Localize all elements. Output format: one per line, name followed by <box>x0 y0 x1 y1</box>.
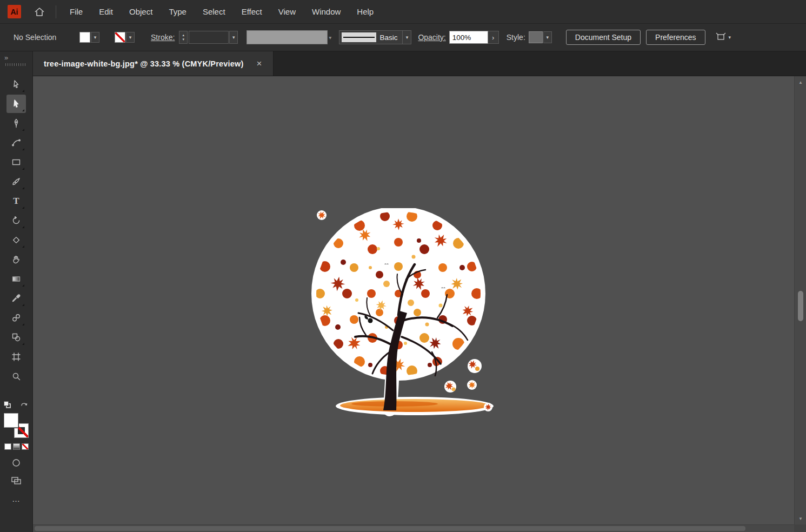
blend-tool[interactable] <box>6 309 26 327</box>
paintbrush-tool-icon <box>11 177 21 187</box>
zoom-tool[interactable] <box>6 367 26 385</box>
stroke-weight-dropdown[interactable] <box>189 31 229 44</box>
pasteboard[interactable]: ▲ ▼ <box>33 76 806 532</box>
pen-tool-icon <box>11 118 21 128</box>
stroke-label[interactable]: Stroke: <box>151 33 175 42</box>
selection-status: No Selection <box>14 33 63 42</box>
opacity-expand-button[interactable]: › <box>488 31 499 44</box>
drawing-mode-button[interactable] <box>11 457 22 468</box>
fill-swatch[interactable] <box>4 413 18 428</box>
stroke-style-value: Basic <box>378 34 402 42</box>
scroll-up-icon[interactable]: ▲ <box>795 77 806 87</box>
chevron-down-icon: ▾ <box>729 35 731 40</box>
rectangle-tool-icon <box>11 157 21 167</box>
graphic-style-dropdown[interactable]: ▾ <box>543 31 552 43</box>
stroke-color-control: ▾ <box>115 32 135 43</box>
stroke-color-swatch[interactable] <box>115 32 125 43</box>
menu-edit[interactable]: Edit <box>91 0 121 24</box>
horizontal-scrollbar-thumb[interactable] <box>35 526 745 531</box>
stroke-style-dropdown[interactable]: Basic ▾ <box>339 30 411 44</box>
vertical-scrollbar-thumb[interactable] <box>798 291 803 321</box>
eraser-tool[interactable] <box>6 231 26 249</box>
shape-builder-tool[interactable] <box>6 328 26 347</box>
scroll-down-icon[interactable]: ▼ <box>795 514 806 523</box>
eyedropper-tool-icon <box>11 294 21 303</box>
menu-view[interactable]: View <box>270 0 304 24</box>
toolbar-overflow-button[interactable]: … <box>12 494 21 503</box>
eyedropper-tool[interactable] <box>6 289 26 308</box>
document-tab[interactable]: tree-image-white-bg.jpg* @ 33.33 % (CMYK… <box>33 51 274 76</box>
vertical-scrollbar[interactable]: ▲ ▼ <box>794 76 806 524</box>
app-logo[interactable]: Ai <box>8 5 21 18</box>
autumn-tree-image <box>305 208 500 424</box>
home-icon <box>34 6 45 18</box>
type-tool[interactable]: T <box>6 192 26 210</box>
arrange-documents-icon <box>715 32 727 43</box>
fill-color-control: ▾ <box>79 32 99 43</box>
color-mode-button[interactable] <box>4 443 11 450</box>
graphic-style-swatch[interactable] <box>529 31 543 43</box>
chevron-down-icon: ▾ <box>94 35 97 40</box>
chevron-down-icon: ▾ <box>406 35 409 40</box>
menu-file[interactable]: File <box>62 0 91 24</box>
menu-help[interactable]: Help <box>349 0 382 24</box>
pen-tool[interactable] <box>6 114 26 132</box>
artboard-tool[interactable] <box>6 348 26 366</box>
toolbar-grip[interactable] <box>5 63 27 66</box>
gradient-tool-icon <box>11 274 21 284</box>
arrange-documents-control[interactable]: ▾ <box>715 32 731 43</box>
chevron-down-icon: ▾ <box>329 35 331 41</box>
screen-mode-icon <box>11 476 22 486</box>
chevron-down-icon: ▾ <box>129 35 132 40</box>
direct-selection-tool[interactable] <box>6 95 26 113</box>
document-setup-button[interactable]: Document Setup <box>566 30 641 45</box>
menu-object[interactable]: Object <box>121 0 161 24</box>
autumn-tree-artwork[interactable] <box>305 208 500 424</box>
gradient-mode-button[interactable] <box>13 443 20 450</box>
menu-items: File Edit Object Type Select Effect View… <box>62 0 382 24</box>
rectangle-tool[interactable] <box>6 153 26 171</box>
tab-close-icon[interactable]: × <box>257 59 262 68</box>
horizontal-scrollbar[interactable] <box>33 524 794 532</box>
direct-selection-tool-icon <box>11 99 21 109</box>
stroke-color-dropdown[interactable]: ▾ <box>126 32 135 43</box>
preferences-button[interactable]: Preferences <box>646 30 705 45</box>
selection-tool[interactable] <box>6 75 26 94</box>
illustrator-window: Ai File Edit Object Type Select Effect V… <box>0 0 806 532</box>
fill-color-swatch[interactable] <box>79 32 90 43</box>
stroke-weight-chevron[interactable]: ▾ <box>229 31 238 44</box>
rotate-tool[interactable] <box>6 211 26 230</box>
fill-color-dropdown[interactable]: ▾ <box>91 32 99 43</box>
opacity-label[interactable]: Opacity: <box>418 33 445 42</box>
stepper-down-icon: ▾ <box>183 37 185 42</box>
home-button[interactable] <box>32 4 47 19</box>
tools-panel: » <box>0 51 33 532</box>
none-mode-button[interactable] <box>22 443 29 450</box>
curvature-tool[interactable] <box>6 134 26 152</box>
menubar: Ai File Edit Object Type Select Effect V… <box>0 0 806 24</box>
fill-stroke-control <box>4 413 29 438</box>
menu-select[interactable]: Select <box>195 0 234 24</box>
chevron-down-icon: ▾ <box>547 35 549 40</box>
swap-fill-stroke-icon[interactable] <box>20 401 29 408</box>
stroke-weight-stepper[interactable]: ▴ ▾ <box>179 31 188 44</box>
default-fill-stroke-icon[interactable] <box>4 401 11 408</box>
menu-type[interactable]: Type <box>161 0 195 24</box>
brush-definition-dropdown <box>247 30 328 44</box>
gradient-tool[interactable] <box>6 270 26 288</box>
menu-window[interactable]: Window <box>304 0 349 24</box>
paintbrush-tool[interactable] <box>6 172 26 191</box>
stepper-up-icon: ▴ <box>183 33 185 37</box>
chevron-right-icon: › <box>492 34 494 42</box>
shape-builder-tool-icon <box>11 332 21 342</box>
opacity-input[interactable] <box>449 31 488 44</box>
zoom-tool-icon <box>11 371 21 381</box>
document-tab-bar: tree-image-white-bg.jpg* @ 33.33 % (CMYK… <box>33 51 806 76</box>
hand-tool[interactable] <box>6 250 26 269</box>
curvature-tool-icon <box>11 138 21 148</box>
toolbar-expand-button[interactable]: » <box>4 54 8 62</box>
stroke-style-chevron[interactable]: ▾ <box>402 31 411 44</box>
type-tool-icon: T <box>13 196 19 207</box>
screen-mode-button[interactable] <box>11 476 22 486</box>
menu-effect[interactable]: Effect <box>234 0 270 24</box>
